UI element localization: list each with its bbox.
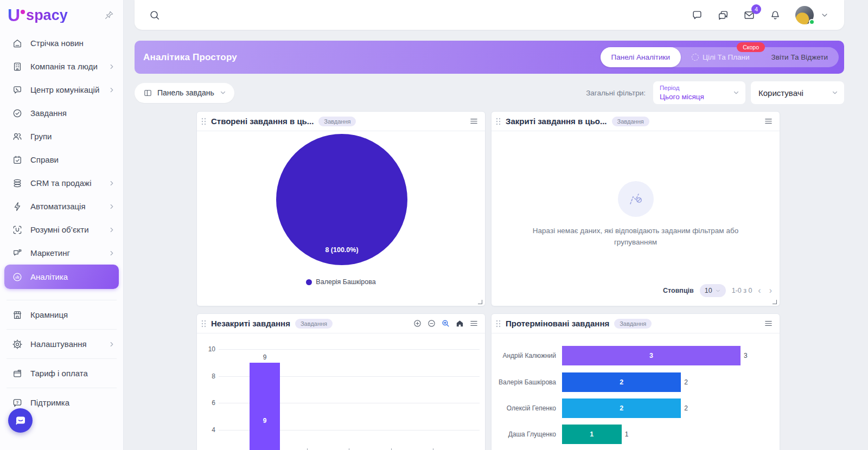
marketing-icon [12,248,23,259]
card-overdue-tasks: Протерміновані завдання Завдання Андрій … [491,313,780,450]
profile-area [795,6,829,24]
drag-handle-icon[interactable] [496,319,501,328]
users-filter-value: Користувачі [758,88,831,98]
menu-icon[interactable] [764,319,773,328]
group-chat-icon[interactable] [717,9,729,21]
home-reset-icon[interactable] [455,319,464,328]
sidebar-item-label: Автоматизація [30,202,100,211]
sidebar-item-groups[interactable]: Групи [0,125,123,148]
filters-row: Панель завдань Загальні фільтри: Період … [135,81,844,104]
menu-icon[interactable] [764,117,773,126]
smart-objects-icon [12,224,23,235]
avatar[interactable] [795,6,814,24]
board-selector[interactable]: Панель завдань [135,83,234,103]
activities-icon [12,155,23,165]
overdue-bar[interactable]: 2 [562,372,681,392]
target-circle-icon [692,54,699,61]
sidebar-item-automation[interactable]: Автоматизація [0,195,123,218]
sidebar-item-communications[interactable]: Центр комунікацій [0,78,123,101]
topbar-actions: 4 [691,6,829,24]
zoom-out-icon[interactable] [427,319,436,328]
period-filter-value: Цього місяця [660,92,732,102]
online-status-dot [809,19,815,25]
card-title: Закриті завдання в цьо... [506,117,607,126]
tab-analytics-panels[interactable]: Панелі Аналітики [601,47,681,67]
users-filter[interactable]: Користувачі [751,81,844,104]
search-icon[interactable] [149,9,161,21]
chat-widget-button[interactable] [8,408,33,433]
period-filter[interactable]: Період Цього місяця [653,81,745,104]
card-type-badge: Завдання [318,117,356,126]
sidebar-item-company[interactable]: Компанія та люди [0,55,123,78]
overdue-bar[interactable]: 2 [562,398,681,418]
soon-badge: Скоро [737,42,765,52]
sidebar-item-label: Компанія та люди [30,62,100,71]
chevron-right-icon [108,86,116,94]
sidebar-item-tasks[interactable]: Завдання [0,101,123,125]
sidebar-item-marketing[interactable]: Маркетинг [0,241,123,265]
pie-chart-area: 8 (100.0%) Валерія Башкірова [197,131,485,306]
sidebar: U spacy Стрічка новин Компанія та люди Ц… [0,0,124,450]
open-tasks-bar[interactable]: 9 [250,363,280,450]
sidebar-item-settings[interactable]: Налаштування [0,330,123,358]
next-page-button[interactable]: › [769,286,772,295]
page-size-select[interactable]: 10 [700,284,726,297]
tab-goals-label: Цілі Та Плани [703,53,750,61]
drag-handle-icon[interactable] [496,117,501,126]
sidebar-nav: Стрічка новин Компанія та люди Центр ком… [0,30,123,417]
box-zoom-icon[interactable] [441,319,450,328]
menu-icon[interactable] [469,319,478,328]
card-type-badge: Завдання [612,117,649,126]
chevron-down-icon [732,89,740,97]
overdue-bar[interactable]: 3 [562,346,741,365]
prev-page-button[interactable]: ‹ [758,286,761,295]
overdue-bar[interactable]: 1 [562,425,622,444]
sidebar-item-label: Центр комунікацій [30,85,100,94]
sidebar-item-store[interactable]: Крамниця [0,300,123,329]
zoom-in-icon[interactable] [413,319,422,328]
card-closed-tasks: Закриті завдання в цьо... Завдання Нараз… [491,111,780,306]
sidebar-item-analytics[interactable]: Аналітика [4,265,119,289]
chevron-right-icon [108,63,116,70]
svg-text:?: ? [16,400,19,404]
card-created-tasks: Створені завдання в ць... Завдання 8 (10… [196,111,486,306]
chevron-down-icon[interactable] [820,11,829,20]
resize-handle[interactable] [478,300,482,304]
card-header: Закриті завдання в цьо... Завдання [492,112,780,131]
uspacy-logo[interactable]: U spacy [8,7,68,24]
automation-icon [12,201,23,212]
drag-handle-icon[interactable] [201,319,206,328]
legend-label: Валерія Башкірова [316,278,375,286]
gear-icon [12,339,23,350]
card-title: Створені завдання в ць... [211,117,314,126]
hbar-chart-area: Андрій Калюжний 33 Валерія Башкірова 22 … [492,333,780,450]
bell-icon[interactable] [769,9,781,21]
sidebar-item-label: Маркетинг [30,248,100,258]
sidebar-item-smart-objects[interactable]: Розумні об’єкти [0,218,123,241]
sidebar-item-activities[interactable]: Справи [0,148,123,171]
chevron-right-icon [108,179,116,187]
tab-reports-widgets[interactable]: Звіти Та Віджети [761,47,839,67]
pin-icon[interactable] [104,10,114,21]
resize-handle[interactable] [773,300,777,304]
global-filters-label: Загальні фільтри: [586,89,646,97]
y-axis-tick: 6 [202,399,215,407]
bar-value-label: 3 [744,352,748,359]
sidebar-item-label: Крамниця [30,310,116,319]
chart-legend[interactable]: Валерія Башкірова [197,278,485,286]
sidebar-item-feed[interactable]: Стрічка новин [0,31,123,55]
category-label: Даша Глущенко [492,430,562,438]
card-header: Створені завдання в ць... Завдання [197,112,485,131]
menu-icon[interactable] [469,117,478,126]
comment-icon[interactable] [691,9,703,21]
sidebar-item-crm[interactable]: CRM та продажі [0,171,123,195]
support-icon: ? [12,397,23,408]
mail-badge: 4 [751,4,761,14]
hbar-row: Даша Глущенко 11 [492,421,774,447]
pie-chart[interactable]: 8 (100.0%) [276,134,407,265]
sidebar-item-label: Тариф і оплата [30,369,116,378]
sidebar-item-billing[interactable]: Тариф і оплата [0,359,123,388]
mail-button[interactable]: 4 [743,9,755,21]
card-type-badge: Завдання [614,319,652,329]
drag-handle-icon[interactable] [201,117,206,126]
